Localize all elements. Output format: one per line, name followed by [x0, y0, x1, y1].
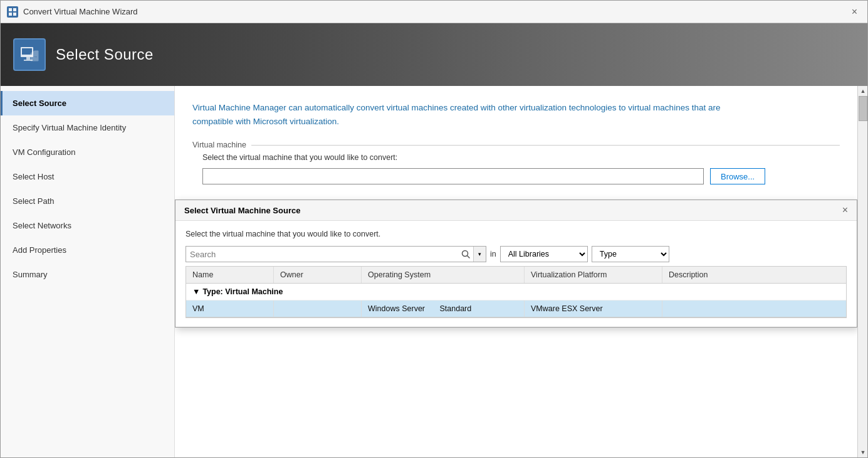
- intro-text: Virtual Machine Manager can automaticall…: [192, 101, 756, 128]
- search-input[interactable]: [186, 247, 458, 262]
- group-label: Type: Virtual Machine: [202, 287, 283, 296]
- svg-rect-6: [26, 57, 30, 60]
- type-dropdown[interactable]: Type Virtual Machine Template: [592, 246, 669, 262]
- table-row[interactable]: VM Windows Server Standard VMware ESX Se…: [186, 301, 846, 317]
- search-box-wrapper: ▾: [186, 246, 486, 262]
- scroll-thumb[interactable]: [859, 96, 867, 121]
- browse-button[interactable]: Browse...: [710, 168, 765, 184]
- cell-name: VM: [186, 301, 274, 317]
- sidebar: Select Source Specify Virtual Machine Id…: [1, 86, 175, 457]
- vm-input-row: Browse...: [192, 168, 840, 184]
- libraries-dropdown[interactable]: All Libraries Library 1 Library 2: [500, 246, 588, 262]
- header-banner: → Select Source: [1, 23, 867, 86]
- section-label: Virtual machine: [192, 141, 840, 149]
- search-icon-button[interactable]: [458, 247, 473, 262]
- svg-rect-0: [9, 8, 12, 11]
- main-content: Select Source Specify Virtual Machine Id…: [1, 86, 867, 457]
- cell-os: Windows Server Standard: [362, 301, 525, 317]
- content-area: Virtual Machine Manager can automaticall…: [175, 86, 857, 457]
- sub-dialog-title-bar: Select Virtual Machine Source ×: [175, 200, 857, 221]
- col-owner: Owner: [274, 267, 362, 283]
- sidebar-item-select-source[interactable]: Select Source: [1, 91, 174, 115]
- sidebar-item-specify-vm-identity[interactable]: Specify Virtual Machine Identity: [1, 115, 174, 140]
- sidebar-item-summary[interactable]: Summary: [1, 262, 174, 287]
- svg-rect-1: [13, 8, 16, 11]
- vm-input-label: Select the virtual machine that you woul…: [192, 153, 840, 162]
- group-chevron: ▼: [192, 287, 200, 296]
- window-close-button[interactable]: ×: [848, 6, 861, 18]
- scroll-track[interactable]: [858, 96, 867, 447]
- col-os: Operating System: [362, 267, 525, 283]
- content-main: Virtual Machine Manager can automaticall…: [175, 86, 857, 200]
- search-dropdown-arrow[interactable]: ▾: [473, 247, 486, 262]
- cell-owner: [274, 301, 362, 317]
- cell-description: [662, 301, 846, 317]
- sidebar-item-select-host[interactable]: Select Host: [1, 164, 174, 189]
- header-title: Select Source: [56, 46, 154, 63]
- title-bar: Convert Virtual Machine Wizard ×: [1, 1, 867, 23]
- col-name: Name: [186, 267, 274, 283]
- window-icon: [7, 6, 18, 18]
- table-header: Name Owner Operating System Virtualizati…: [186, 267, 846, 284]
- sidebar-item-select-networks[interactable]: Select Networks: [1, 213, 174, 238]
- vm-section: Virtual machine Select the virtual machi…: [192, 141, 840, 184]
- sub-dialog-description: Select the virtual machine that you woul…: [186, 230, 847, 238]
- vm-path-input[interactable]: [202, 168, 704, 184]
- main-window: Convert Virtual Machine Wizard × → Selec…: [0, 0, 868, 458]
- sub-dialog-body: Select the virtual machine that you woul…: [175, 221, 857, 327]
- right-scrollbar: ▲ ▼: [857, 86, 867, 457]
- search-toolbar: ▾ in All Libraries Library 1 Library 2 T…: [186, 246, 847, 262]
- window-title: Convert Virtual Machine Wizard: [23, 7, 138, 16]
- in-label: in: [490, 250, 496, 258]
- cell-virt-platform: VMware ESX Server: [525, 301, 662, 317]
- scroll-up-arrow[interactable]: ▲: [858, 86, 867, 96]
- sidebar-item-vm-configuration[interactable]: VM Configuration: [1, 140, 174, 164]
- vm-table: Name Owner Operating System Virtualizati…: [186, 266, 847, 318]
- title-bar-left: Convert Virtual Machine Wizard: [7, 6, 138, 18]
- scroll-down-arrow[interactable]: ▼: [858, 447, 867, 457]
- sub-dialog-title-text: Select Virtual Machine Source: [184, 206, 300, 215]
- svg-rect-2: [9, 13, 12, 16]
- svg-line-10: [468, 256, 470, 258]
- sidebar-item-select-path[interactable]: Select Path: [1, 189, 174, 213]
- svg-rect-3: [13, 13, 16, 16]
- sub-dialog: Select Virtual Machine Source × Select t…: [175, 200, 857, 328]
- header-icon: →: [13, 38, 46, 71]
- col-description: Description: [662, 267, 846, 283]
- table-group-row[interactable]: ▼ Type: Virtual Machine: [186, 284, 846, 301]
- svg-text:→: →: [33, 54, 38, 60]
- search-icon: [461, 250, 470, 258]
- table-body: ▼ Type: Virtual Machine VM Windows Serve…: [186, 284, 846, 317]
- sub-dialog-close-button[interactable]: ×: [842, 205, 848, 215]
- col-virt-platform: Virtualization Platform: [525, 267, 662, 283]
- sidebar-item-add-properties[interactable]: Add Properties: [1, 238, 174, 262]
